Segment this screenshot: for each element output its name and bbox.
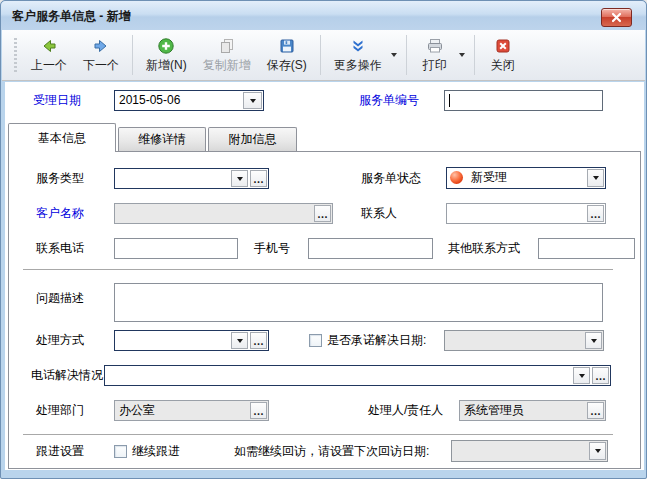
dropdown-arrow-icon[interactable] [459,53,465,57]
close-red-icon [494,36,512,55]
dropdown-arrow-icon[interactable] [391,53,397,57]
contact-label: 联系人 [361,203,397,224]
revisit-date-dropdown[interactable] [451,440,608,462]
handler-field[interactable]: 系统管理员 … [459,400,606,421]
toolbar-separator [132,35,133,75]
tab-extra-info[interactable]: 附加信息 [208,127,297,151]
chevron-down-icon [237,177,243,181]
toolbar-button-label: 新增(N) [146,57,187,74]
service-type-combobox[interactable]: … [114,168,269,189]
phone-input[interactable] [114,238,238,259]
ellipsis-button[interactable]: … [250,402,267,419]
dropdown-button[interactable] [587,169,604,187]
dropdown-button[interactable] [585,332,602,349]
double-chevron-down-icon [349,36,367,55]
titlebar-close-button[interactable] [601,8,632,27]
customer-name-value [115,204,313,223]
revisit-date-value [452,441,588,461]
method-combobox[interactable]: … [114,330,269,351]
order-no-input[interactable] [444,90,603,111]
dropdown-button[interactable] [231,170,248,187]
close-icon [611,12,622,23]
arrow-right-icon [92,36,110,55]
more-actions-button[interactable]: 更多操作 [326,33,390,77]
ellipsis-button[interactable]: … [587,205,604,222]
dropdown-button[interactable] [231,332,248,349]
status-label: 服务单状态 [361,168,421,189]
phone-resolve-label: 电话解决情况 [31,365,103,386]
customer-name-field[interactable]: … [114,203,333,224]
more-actions-group: 更多操作 [326,33,401,77]
other-contact-input[interactable] [538,238,635,259]
copy-add-button[interactable]: 复制新增 [195,33,259,77]
tab-repair-details[interactable]: 维修详情 [118,127,206,151]
section-divider [23,269,613,270]
section-divider [23,434,613,435]
ellipsis-button[interactable]: … [250,332,267,349]
save-icon [278,36,296,55]
promise-date-checkbox[interactable] [309,334,322,347]
ellipsis-icon: … [317,209,328,219]
customer-name-label: 客户名称 [36,203,84,224]
save-button[interactable]: 保存(S) [259,33,315,77]
revisit-date-label: 如需继续回访，请设置下次回访日期: [234,441,429,462]
problem-textarea[interactable] [114,283,603,322]
order-no-label: 服务单编号 [359,90,419,111]
titlebar[interactable]: 客户服务单信息 - 新增 [1,1,646,30]
chevron-down-icon [593,176,599,180]
dropdown-button[interactable] [243,92,262,109]
ellipsis-button[interactable]: … [592,367,609,384]
previous-button[interactable]: 上一个 [23,33,75,77]
chevron-down-icon [595,449,601,453]
toolbar-button-label: 复制新增 [203,57,251,74]
ellipsis-button[interactable]: … [314,205,331,222]
next-button[interactable]: 下一个 [75,33,127,77]
add-icon [157,36,175,55]
tab-label: 基本信息 [38,131,86,145]
mobile-value [309,239,432,258]
chevron-down-icon [591,339,597,343]
add-button[interactable]: 新增(N) [138,33,195,77]
chevron-down-icon [579,374,585,378]
dropdown-button[interactable] [573,367,590,384]
mobile-input[interactable] [308,238,433,259]
service-type-label: 服务类型 [36,168,84,189]
handler-label: 处理人/责任人 [368,400,443,421]
tab-basic-info[interactable]: 基本信息 [8,123,116,152]
arrow-left-icon [40,36,58,55]
print-group: 打印 [412,33,469,77]
ellipsis-icon: … [253,406,264,416]
method-value [115,331,230,350]
toolbar-separator [320,35,321,75]
promise-date-dropdown[interactable] [444,330,604,351]
ellipsis-button[interactable]: … [587,402,604,419]
service-type-value [115,169,230,188]
phone-label: 联系电话 [36,238,84,259]
contact-field[interactable]: … [446,203,606,224]
department-field[interactable]: 办公室 … [114,400,269,421]
toolbar-button-label: 更多操作 [334,57,382,74]
dialog-window: 客户服务单信息 - 新增 上一个 下一个 新增(N) [0,0,647,479]
close-button[interactable]: 关闭 [480,33,526,77]
status-combobox[interactable]: 新受理 [446,167,606,189]
printer-icon [426,36,444,55]
accept-date-combobox[interactable]: 2015-05-06 [114,90,264,111]
chevron-down-icon [237,339,243,343]
continue-follow-checkbox[interactable] [114,445,127,458]
print-button[interactable]: 打印 [412,33,458,77]
other-contact-value [539,239,634,258]
phone-value [115,239,237,258]
handler-value: 系统管理员 [460,401,586,420]
toolbar-grip[interactable] [14,38,17,72]
text-caret [449,94,450,107]
toolbar-button-label: 下一个 [83,57,119,74]
toolbar-button-label: 关闭 [491,57,515,74]
phone-resolve-combobox[interactable]: … [104,365,611,386]
toolbar-separator [406,35,407,75]
status-ball-icon [450,171,463,184]
dropdown-button[interactable] [589,442,606,460]
ellipsis-icon: … [253,336,264,346]
department-label: 处理部门 [36,400,84,421]
ellipsis-icon: … [253,174,264,184]
ellipsis-button[interactable]: … [250,170,267,187]
